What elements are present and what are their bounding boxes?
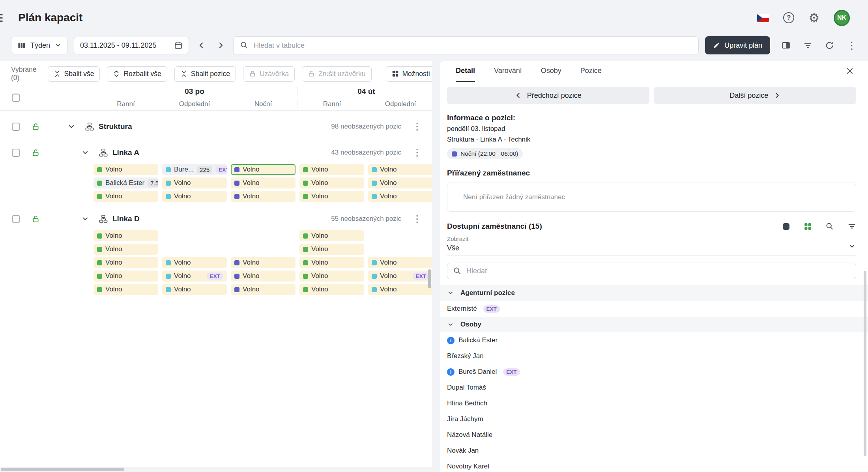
employee-search-input[interactable] (466, 267, 850, 275)
lock-button[interactable]: Uzávěrka (243, 66, 295, 82)
search-icon[interactable] (825, 222, 834, 231)
shift-cell[interactable]: VolnoEXT (368, 271, 432, 282)
tab-varovani[interactable]: Varování (494, 61, 522, 82)
shift-cell[interactable]: Volno (94, 230, 158, 241)
refresh-icon[interactable] (825, 41, 834, 50)
collapse-positions-button[interactable]: Sbalit pozice (174, 66, 236, 82)
group-expand-chevron[interactable] (81, 149, 89, 157)
person-row[interactable]: Novák Jan (440, 443, 868, 459)
edit-plan-button[interactable]: Upravit plán (705, 36, 770, 54)
grid-view-icon[interactable] (804, 222, 812, 231)
more-options-icon[interactable]: ⋮ (847, 40, 857, 50)
shift-cell[interactable]: Volno (231, 191, 296, 202)
shift-cell[interactable]: Volno (94, 271, 158, 282)
person-row[interactable]: Hlína Bedřich (440, 396, 868, 411)
shift-cell[interactable]: Volno (231, 284, 296, 295)
people-group-osoby[interactable]: Osoby (440, 317, 868, 332)
horizontal-scrollbar-thumb[interactable] (1, 468, 124, 471)
select-all-checkbox[interactable] (12, 94, 20, 102)
group-checkbox[interactable] (12, 149, 20, 157)
group-checkbox[interactable] (12, 215, 20, 223)
group-more-options-icon[interactable]: ⋮ (412, 121, 422, 132)
gear-icon[interactable]: ⚙ (808, 12, 819, 24)
shift-cell[interactable]: Volno (231, 164, 296, 175)
view-mode-select[interactable]: Týden (11, 37, 67, 54)
shift-cell[interactable]: Bure...225EXT (162, 164, 227, 175)
shift-cell[interactable]: Volno (299, 230, 364, 241)
person-row[interactable]: Březský Jan (440, 348, 868, 364)
info-icon[interactable]: i (447, 368, 455, 376)
horizontal-scrollbar-track[interactable] (0, 467, 432, 472)
person-row[interactable]: ExternistéEXT (440, 301, 868, 317)
menu-icon[interactable] (0, 14, 3, 23)
info-icon[interactable]: i (447, 337, 455, 344)
unlock-button[interactable]: Zrušit uzávěrku (302, 66, 372, 82)
display-options-button[interactable]: Možnosti zobrazení (386, 66, 432, 82)
shift-cell[interactable]: Balická Ester7.5 (94, 177, 158, 188)
tab-pozice[interactable]: Pozice (580, 61, 602, 82)
avatar[interactable]: NK (834, 10, 850, 26)
group-more-options-icon[interactable]: ⋮ (412, 213, 422, 224)
shift-cell[interactable]: Volno (231, 177, 296, 188)
shift-cell-label: Bure... (174, 166, 194, 174)
shift-cell-label: Volno (311, 272, 328, 280)
collapse-all-button[interactable]: Sbalit vše (48, 66, 100, 82)
next-position-button[interactable]: Další pozice (654, 87, 857, 104)
unlock-icon (32, 149, 40, 157)
next-week-button[interactable] (214, 39, 227, 52)
tab-detail[interactable]: Detail (456, 61, 475, 82)
shift-cell[interactable]: Volno (299, 271, 364, 282)
group-expand-chevron[interactable] (67, 123, 75, 131)
shift-cell[interactable]: Volno (162, 284, 227, 295)
group-more-options-icon[interactable]: ⋮ (412, 147, 422, 158)
shift-cell[interactable]: Volno (162, 191, 227, 202)
filter-icon[interactable] (847, 222, 856, 231)
card-view-icon[interactable] (782, 222, 790, 231)
shift-time-label: Noční (22:00 - 06:00) (460, 150, 518, 157)
people-group-agenturn-pozice[interactable]: Agenturní pozice (440, 285, 868, 301)
person-row[interactable]: iBalická Ester (440, 332, 868, 348)
shift-cell[interactable]: Volno (368, 177, 432, 188)
shift-cell[interactable]: Volno (94, 244, 158, 255)
shift-cell[interactable]: Volno (299, 284, 364, 295)
group-name: Linka D (112, 215, 140, 223)
shift-cell[interactable]: Volno (94, 284, 158, 295)
person-row[interactable]: Dupal Tomáš (440, 380, 868, 396)
previous-position-button[interactable]: Předchozí pozice (447, 87, 649, 104)
shift-cell[interactable]: Volno (299, 257, 364, 268)
shift-cell[interactable]: Volno (94, 191, 158, 202)
date-range-picker[interactable]: 03.11.2025 - 09.11.2025 (74, 37, 189, 54)
expand-all-button[interactable]: Rozbalit vše (107, 66, 167, 82)
shift-cell[interactable]: Volno (94, 164, 158, 175)
show-filter-select[interactable]: Zobrazit Vše (447, 235, 856, 256)
shift-cell[interactable]: Volno (368, 284, 432, 295)
shift-cell[interactable]: Volno (94, 257, 158, 268)
shift-cell[interactable]: Volno (162, 257, 227, 268)
prev-week-button[interactable] (195, 39, 208, 52)
shift-cell[interactable]: Volno (299, 164, 364, 175)
shift-cell[interactable]: Volno (231, 271, 296, 282)
shift-cell[interactable]: VolnoEXT (162, 271, 227, 282)
split-view-icon[interactable] (781, 41, 791, 50)
shift-cell[interactable]: Volno (368, 191, 432, 202)
tab-osoby[interactable]: Osoby (541, 61, 561, 82)
person-row[interactable]: iBureš DanielEXT (440, 364, 868, 380)
close-icon[interactable] (846, 67, 854, 75)
vertical-scrollbar-detail-panel[interactable] (864, 271, 866, 456)
person-row[interactable]: Názová Natálie (440, 427, 868, 443)
shift-cell[interactable]: Volno (299, 191, 364, 202)
help-icon[interactable]: ? (783, 12, 794, 23)
person-row[interactable]: Novotny Karel (440, 459, 868, 472)
group-checkbox[interactable] (12, 123, 20, 131)
group-expand-chevron[interactable] (81, 215, 89, 223)
filter-icon[interactable] (803, 41, 812, 50)
shift-cell[interactable]: Volno (299, 244, 364, 255)
shift-cell[interactable]: Volno (368, 164, 432, 175)
shift-cell[interactable]: Volno (231, 257, 296, 268)
vertical-scrollbar-left-panel[interactable] (428, 269, 431, 288)
shift-cell[interactable]: Volno (162, 177, 227, 188)
table-search-input[interactable] (254, 41, 692, 50)
shift-cell[interactable]: Volno (368, 257, 432, 268)
shift-cell[interactable]: Volno (299, 177, 364, 188)
person-row[interactable]: Jíra Jáchym (440, 411, 868, 427)
